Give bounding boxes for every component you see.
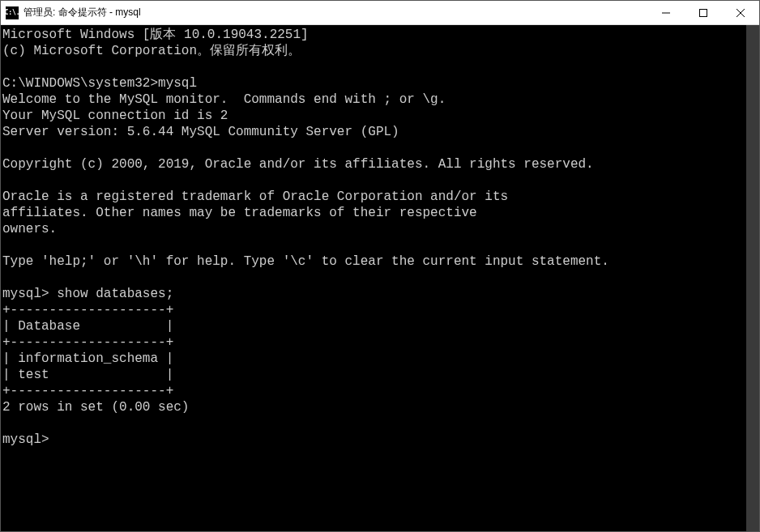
table-row: | test | [2, 368, 173, 382]
titlebar[interactable]: C:\. 管理员: 命令提示符 - mysql [1, 1, 759, 25]
maximize-icon [699, 9, 707, 17]
window-controls [647, 1, 759, 24]
output-line: (c) Microsoft Corporation。保留所有权利。 [2, 44, 301, 58]
window-title: 管理员: 命令提示符 - mysql [23, 6, 647, 19]
mysql-prompt: mysql> [2, 287, 49, 301]
svg-rect-1 [700, 9, 707, 16]
close-button[interactable] [722, 1, 759, 24]
output-line: Your MySQL connection id is 2 [2, 109, 228, 123]
table-border: +--------------------+ [2, 384, 173, 398]
cmd-window: C:\. 管理员: 命令提示符 - mysql Microsoft Window… [0, 0, 760, 532]
mysql-prompt: mysql> [2, 432, 49, 447]
output-line: affiliates. Other names may be trademark… [2, 206, 477, 220]
typed-command: mysql [158, 76, 197, 91]
table-row: | information_schema | [2, 351, 173, 366]
output-line: Type 'help;' or '\h' for help. Type '\c'… [2, 254, 609, 269]
minimize-icon [662, 9, 670, 17]
maximize-button[interactable] [685, 1, 722, 24]
terminal-area[interactable]: Microsoft Windows [版本 10.0.19043.2251] (… [1, 25, 759, 531]
prompt-path: C:\WINDOWS\system32> [2, 76, 158, 91]
output-line: Welcome to the MySQL monitor. Commands e… [2, 92, 446, 107]
output-line: Copyright (c) 2000, 2019, Oracle and/or … [2, 157, 594, 172]
output-line: Oracle is a registered trademark of Orac… [2, 189, 508, 204]
rows-summary: 2 rows in set (0.00 sec) [2, 400, 189, 415]
output-line: Microsoft Windows [版本 10.0.19043.2251] [2, 28, 309, 42]
table-header: | Database | [2, 319, 173, 334]
output-line: owners. [2, 222, 57, 236]
typed-command: show databases; [49, 287, 174, 301]
close-icon [737, 9, 745, 17]
scrollbar[interactable] [746, 25, 759, 531]
scrollbar-thumb[interactable] [746, 25, 759, 531]
output-line: Server version: 5.6.44 MySQL Community S… [2, 125, 399, 139]
table-border: +--------------------+ [2, 335, 173, 350]
cmd-icon: C:\. [6, 6, 19, 19]
table-border: +--------------------+ [2, 303, 173, 317]
minimize-button[interactable] [647, 1, 685, 24]
